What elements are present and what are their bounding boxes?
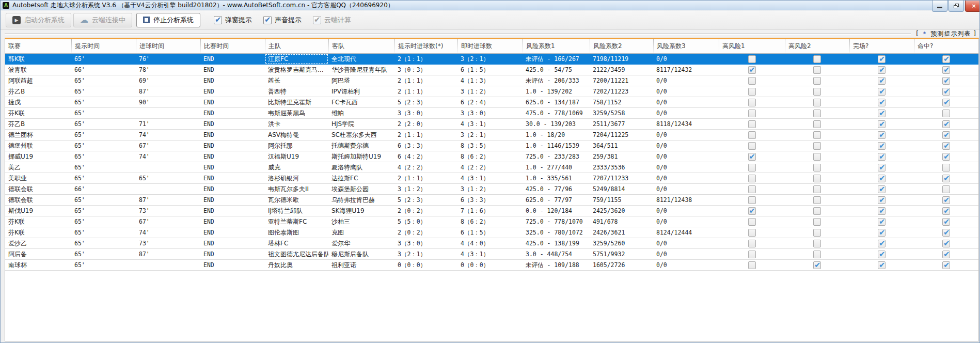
column-header-risk1[interactable]: 风险系数1 <box>523 39 590 53</box>
finished-checkbox[interactable] <box>878 55 886 63</box>
hit-checkbox[interactable] <box>942 240 950 247</box>
table-row[interactable]: 捷戊65'90'END比斯特里克霍斯FC卡瓦西5（2：3）6（2：4）625.0… <box>5 97 978 108</box>
high-risk1-checkbox[interactable] <box>748 131 756 139</box>
hit-checkbox[interactable] <box>942 110 950 117</box>
table-row[interactable]: 爱沙乙65'73'END塔林FC爱尔华3（3：0）4（4：0）425.0 - 1… <box>5 238 978 249</box>
hit-checkbox[interactable] <box>942 261 950 269</box>
high-risk1-checkbox[interactable] <box>748 120 756 128</box>
finished-checkbox[interactable] <box>878 131 886 139</box>
table-row[interactable]: 阿联酋超65'69'END酋长阿巴塔2（1：1）4（1：3）未评估 - 206/… <box>5 75 978 86</box>
high-risk1-checkbox[interactable] <box>748 99 756 106</box>
hit-checkbox[interactable] <box>942 88 950 96</box>
column-header-high-risk2[interactable]: 高风险2 <box>785 39 849 53</box>
hit-checkbox[interactable] <box>942 131 950 139</box>
column-header-finished[interactable]: 完场? <box>849 39 914 53</box>
hit-checkbox[interactable] <box>942 99 950 106</box>
column-header-league[interactable]: 联赛 <box>5 39 71 53</box>
column-header-hit[interactable]: 命中? <box>914 39 978 53</box>
finished-checkbox[interactable] <box>878 251 886 258</box>
high-risk2-checkbox[interactable] <box>813 88 821 96</box>
table-row[interactable]: 德联会联65'87'END瓦尔德米歇乌特弗拉肯巴赫5（2：3）6（3：3）625… <box>5 195 978 206</box>
high-risk1-checkbox[interactable] <box>748 66 756 74</box>
column-header-home[interactable]: 主队 <box>265 39 328 53</box>
table-row[interactable]: 德堡州联65'67'END阿尔托那托德斯费尔德6（3：3）8（3：5）1.0 -… <box>5 141 978 151</box>
hit-checkbox[interactable] <box>942 196 950 204</box>
high-risk2-checkbox[interactable] <box>813 77 821 85</box>
high-risk2-checkbox[interactable] <box>813 218 821 226</box>
column-header-tip-time[interactable]: 提示时间 <box>71 39 136 53</box>
high-risk2-checkbox[interactable] <box>813 110 821 117</box>
start-analysis-button[interactable]: ▶ 启动分析系统 <box>6 13 71 27</box>
finished-checkbox[interactable] <box>878 110 886 117</box>
column-header-risk2[interactable]: 风险系数2 <box>590 39 653 53</box>
finished-checkbox[interactable] <box>878 229 886 237</box>
column-header-goal-time[interactable]: 进球时间 <box>136 39 200 53</box>
minimize-button[interactable] <box>932 1 947 12</box>
table-row[interactable]: 挪威U1965'74'END汉福斯U19斯托姆加斯特U196（4：2）8（6：2… <box>5 151 978 162</box>
high-risk1-checkbox[interactable] <box>748 261 756 269</box>
finished-checkbox[interactable] <box>878 99 886 106</box>
hit-checkbox[interactable] <box>942 153 950 161</box>
high-risk1-checkbox[interactable] <box>748 229 756 237</box>
finished-checkbox[interactable] <box>878 240 886 247</box>
high-risk1-checkbox[interactable] <box>748 142 756 150</box>
hit-checkbox[interactable] <box>942 251 950 258</box>
high-risk2-checkbox[interactable] <box>813 240 821 247</box>
high-risk2-checkbox[interactable] <box>813 142 821 150</box>
high-risk2-checkbox[interactable] <box>813 120 821 128</box>
finished-checkbox[interactable] <box>878 142 886 150</box>
table-row[interactable]: 韩K联65'76'END江原FC全北现代2（1：1）3（2：1）未评估 - 16… <box>5 54 978 65</box>
hit-checkbox[interactable] <box>942 164 950 172</box>
column-header-away[interactable]: 客队 <box>328 39 394 53</box>
finished-checkbox[interactable] <box>878 207 886 215</box>
high-risk2-checkbox[interactable] <box>813 66 821 74</box>
table-row[interactable]: 美职业65'65'END洛杉矶银河达拉斯FC2（1：1）4（3：1）1.0 - … <box>5 173 978 184</box>
high-risk2-checkbox[interactable] <box>813 207 821 215</box>
high-risk1-checkbox[interactable] <box>748 207 756 215</box>
high-risk1-checkbox[interactable] <box>748 77 756 85</box>
high-risk2-checkbox[interactable] <box>813 164 821 172</box>
table-row[interactable]: 芬乙B65'87'END普西特IPV谭柏利2（1：1）3（1：2）1.0 - 1… <box>5 86 978 97</box>
high-risk2-checkbox[interactable] <box>813 131 821 139</box>
hit-checkbox[interactable] <box>942 77 950 85</box>
table-row[interactable]: 德联会联66'END韦斯瓦尔多夫II埃森堡新公园3（1：2）3（1：2）425.… <box>5 184 978 195</box>
column-header-match-time[interactable]: 比赛时间 <box>200 39 265 53</box>
finished-checkbox[interactable] <box>878 77 886 85</box>
cloud-compute-checkbox[interactable]: 云端计算 <box>313 15 351 25</box>
table-row[interactable]: 芬K联65'74'END图伦泰斯图克图2（0：2）6（1：5）325.0 - 7… <box>5 227 978 238</box>
high-risk2-checkbox[interactable] <box>813 229 821 237</box>
hit-checkbox[interactable] <box>942 207 950 215</box>
finished-checkbox[interactable] <box>878 164 886 172</box>
high-risk2-checkbox[interactable] <box>813 175 821 182</box>
high-risk2-checkbox[interactable] <box>813 251 821 258</box>
table-row[interactable]: 芬K联65'END韦斯屈莱黑鸟维帕3（3：0）3（3：0）475.0 - 778… <box>5 108 978 119</box>
high-risk2-checkbox[interactable] <box>813 261 821 269</box>
high-risk1-checkbox[interactable] <box>748 196 756 204</box>
high-risk1-checkbox[interactable] <box>748 218 756 226</box>
finished-checkbox[interactable] <box>878 153 886 161</box>
high-risk1-checkbox[interactable] <box>748 164 756 172</box>
restore-button[interactable] <box>949 1 964 12</box>
table-row[interactable]: 南球杯65'END丹奴比奥祖利亚诺0（0：0）0（0：0）未评估 - 109/1… <box>5 260 978 271</box>
high-risk1-checkbox[interactable] <box>748 175 756 182</box>
high-risk2-checkbox[interactable] <box>813 196 821 204</box>
finished-checkbox[interactable] <box>878 120 886 128</box>
table-row[interactable]: 美乙65'END威克夏洛特鹰队4（2：2）4（2：2）1.0 - 277/440… <box>5 162 978 173</box>
finished-checkbox[interactable] <box>878 175 886 182</box>
high-risk1-checkbox[interactable] <box>748 55 756 63</box>
popup-alert-checkbox[interactable]: 弹窗提示 <box>214 15 252 25</box>
finished-checkbox[interactable] <box>878 88 886 96</box>
finished-checkbox[interactable] <box>878 218 886 226</box>
table-row[interactable]: 芬K联65'67'END亚特兰蒂斯FC沙柏三5（5：0）8（6：2）725.0 … <box>5 216 978 227</box>
cloud-connecting-button[interactable]: ☁ 云端连接中 <box>73 13 132 27</box>
hit-checkbox[interactable] <box>942 185 950 193</box>
hit-checkbox[interactable] <box>942 55 950 63</box>
finished-checkbox[interactable] <box>878 196 886 204</box>
high-risk1-checkbox[interactable] <box>748 185 756 193</box>
high-risk1-checkbox[interactable] <box>748 153 756 161</box>
high-risk2-checkbox[interactable] <box>813 55 821 63</box>
column-header-live-goals[interactable]: 即时进球数 <box>457 39 523 53</box>
hit-checkbox[interactable] <box>942 142 950 150</box>
sound-alert-checkbox[interactable]: 声音提示 <box>263 15 302 25</box>
column-header-tip-goals[interactable]: 提示时进球数(*) <box>394 39 457 53</box>
